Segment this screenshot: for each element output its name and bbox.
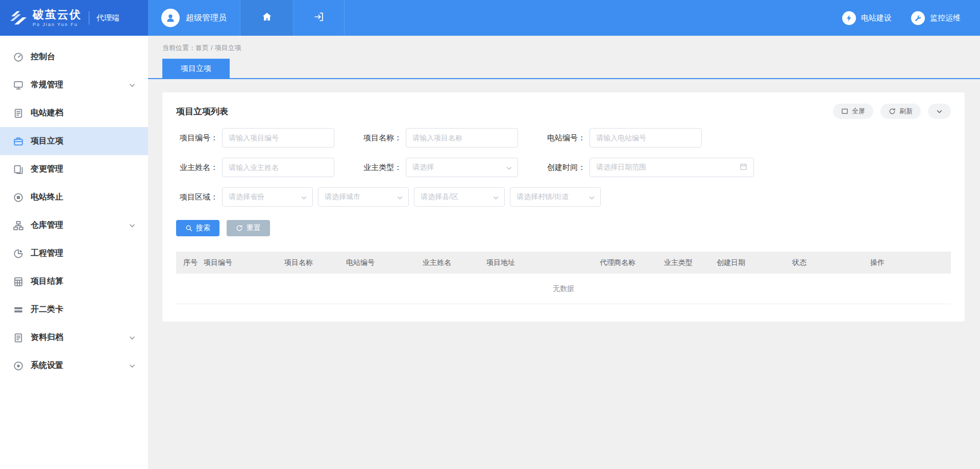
sidebar-item-general-mgmt[interactable]: 常规管理: [0, 71, 148, 99]
street-placeholder: 请选择村镇/街道: [517, 192, 569, 202]
sidebar-item-label: 常规管理: [31, 80, 129, 90]
chevron-down-icon: [589, 194, 595, 201]
search-button[interactable]: 搜索: [176, 220, 219, 236]
tab-project-initiation[interactable]: 项目立项: [162, 59, 230, 78]
brand-subtitle: Po Jian Yun Fu: [33, 22, 82, 27]
lightning-icon: [842, 11, 856, 25]
create-time-date-range-picker[interactable]: 请选择日期范围: [590, 158, 754, 177]
sidebar-item-system-settings[interactable]: 系统设置: [0, 352, 148, 380]
sidebar-item-engineering-mgmt[interactable]: 工程管理: [0, 239, 148, 267]
table-empty-state: 无数据: [176, 274, 951, 304]
district-select[interactable]: 请选择县/区: [414, 187, 505, 207]
portal-label: 代理端: [89, 11, 119, 24]
sidebar-item-label: 变更管理: [31, 164, 136, 175]
chevron-down-icon: [506, 164, 512, 171]
sidebar-item-label: 资料归档: [31, 332, 129, 343]
create-time-label: 创建时间：: [544, 163, 585, 172]
sidebar-item-station-archive[interactable]: 电站建档: [0, 99, 148, 127]
sidebar-item-label: 项目结算: [31, 276, 136, 287]
sidebar-item-change-mgmt[interactable]: 变更管理: [0, 155, 148, 183]
brand-text: 破茧云伏 Po Jian Yun Fu: [33, 9, 82, 27]
sidebar: 控制台 常规管理 电站建档 项: [0, 36, 148, 469]
sidebar-item-data-archive[interactable]: 资料归档: [0, 324, 148, 352]
project-no-input[interactable]: [222, 128, 334, 147]
column-header-create-date: 创建日期: [710, 258, 786, 267]
pie-chart-icon: [13, 249, 23, 259]
reset-button-label: 重置: [247, 224, 261, 233]
topbar-spacer: [345, 0, 842, 36]
owner-name-input[interactable]: [222, 158, 334, 177]
copy-icon: [13, 164, 23, 175]
fullscreen-button[interactable]: 全屏: [833, 104, 873, 119]
owner-type-placeholder: 请选择: [412, 163, 434, 172]
brand-logo-icon: [9, 11, 28, 25]
sidebar-item-label: 控制台: [31, 52, 136, 62]
province-select[interactable]: 请选择省份: [222, 187, 313, 207]
city-placeholder: 请选择城市: [325, 192, 360, 202]
card-icon: [13, 305, 23, 315]
refresh-label: 刷新: [899, 107, 913, 116]
project-table: 序号 项目编号 项目名称 电站编号 业主姓名 项目地址 代理商名称 业主类型 创…: [176, 252, 951, 304]
brand-title: 破茧云伏: [33, 9, 82, 21]
breadcrumb-home-link[interactable]: 首页: [195, 44, 209, 52]
sidebar-item-warehouse-mgmt[interactable]: 仓库管理: [0, 211, 148, 239]
chevron-down-icon: [129, 334, 136, 341]
sidebar-item-label: 系统设置: [31, 360, 129, 371]
panel-title: 项目立项列表: [176, 106, 228, 117]
street-select[interactable]: 请选择村镇/街道: [510, 187, 601, 207]
breadcrumb-current: 项目立项: [215, 44, 241, 52]
calculator-icon: [13, 277, 23, 287]
sidebar-item-project-initiation[interactable]: 项目立项: [0, 127, 148, 155]
document-icon: [13, 108, 23, 118]
project-name-input[interactable]: [406, 128, 518, 147]
main-content: 当前位置：首页/项目立项 项目立项 项目立项列表 全屏 刷新: [148, 36, 980, 469]
stop-circle-icon: [13, 192, 23, 203]
sidebar-item-label: 工程管理: [31, 248, 136, 259]
logo-area: 破茧云伏 Po Jian Yun Fu 代理端: [0, 0, 148, 36]
refresh-button[interactable]: 刷新: [880, 104, 921, 119]
settings-icon: [13, 361, 23, 371]
fullscreen-label: 全屏: [852, 107, 865, 116]
sitemap-icon: [13, 220, 23, 231]
current-user[interactable]: 超级管理员: [148, 0, 240, 36]
calendar-icon: [740, 163, 747, 172]
column-header-seq: 序号: [176, 258, 202, 267]
breadcrumb-prefix: 当前位置：: [162, 44, 195, 52]
sidebar-item-dashboard[interactable]: 控制台: [0, 43, 148, 71]
column-header-project-name: 项目名称: [278, 258, 340, 267]
sidebar-item-project-settlement[interactable]: 项目结算: [0, 267, 148, 295]
station-no-input[interactable]: [590, 128, 702, 147]
sidebar-item-open-card[interactable]: 开二类卡: [0, 295, 148, 324]
project-name-label: 项目名称：: [360, 133, 402, 143]
collapse-button[interactable]: [928, 104, 951, 119]
reset-button[interactable]: 重置: [227, 220, 270, 236]
user-avatar-icon: [161, 9, 180, 27]
monitor-icon: [13, 80, 23, 90]
create-time-placeholder: 请选择日期范围: [596, 163, 646, 172]
owner-type-label: 业主类型：: [360, 163, 402, 172]
station-no-label: 电站编号：: [544, 133, 585, 143]
chevron-down-icon: [493, 194, 499, 201]
chevron-down-icon: [129, 362, 136, 369]
sidebar-item-label: 电站建档: [31, 108, 136, 118]
column-header-owner-name: 业主姓名: [416, 258, 480, 267]
chevron-down-icon: [301, 194, 307, 201]
sidebar-item-label: 电站终止: [31, 192, 136, 203]
sidebar-item-label: 开二类卡: [31, 304, 136, 315]
column-header-station-no: 电站编号: [340, 258, 416, 267]
region-label: 项目区域：: [176, 192, 218, 202]
top-bar: 破茧云伏 Po Jian Yun Fu 代理端 超级管理员: [0, 0, 980, 36]
dashboard-icon: [13, 52, 23, 62]
breadcrumb-separator: /: [211, 44, 213, 52]
column-header-project-no: 项目编号: [202, 258, 278, 267]
home-button[interactable]: [240, 0, 293, 36]
sidebar-item-station-terminate[interactable]: 电站终止: [0, 183, 148, 211]
logout-button[interactable]: [293, 0, 345, 36]
project-no-label: 项目编号：: [176, 133, 218, 143]
city-select[interactable]: 请选择城市: [318, 187, 409, 207]
table-header-row: 序号 项目编号 项目名称 电站编号 业主姓名 项目地址 代理商名称 业主类型 创…: [176, 252, 951, 274]
nav-station-build[interactable]: 电站建设: [842, 0, 892, 36]
nav-monitor-ops[interactable]: 监控运维: [911, 0, 961, 36]
column-header-agent-name: 代理商名称: [594, 258, 658, 267]
owner-type-select[interactable]: 请选择: [406, 158, 518, 177]
